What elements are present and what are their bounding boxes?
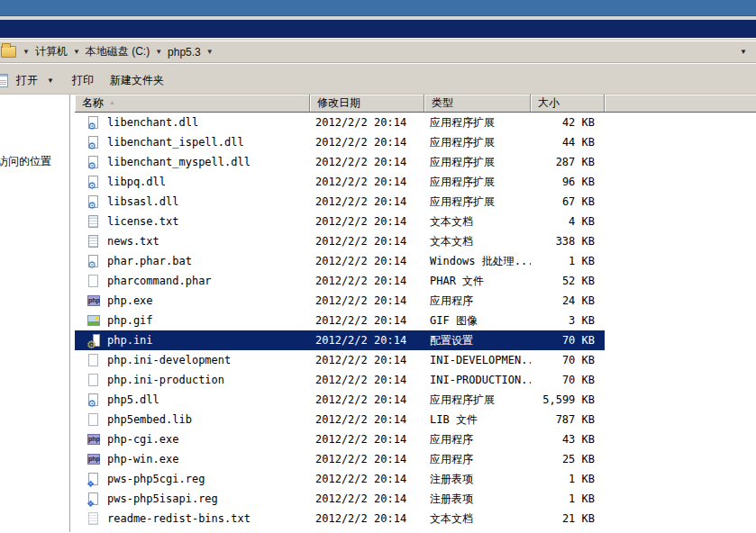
explorer-title-bar <box>0 20 756 38</box>
file-size: 1 KB <box>531 489 605 509</box>
breadcrumb-local-disk-c[interactable]: 本地磁盘 (C:) <box>84 43 151 60</box>
column-header-name[interactable]: 名称▲ <box>75 95 310 113</box>
table-row[interactable]: ⚙ libpq.dll 2012/2/2 20:14 应用程序扩展 96 KB <box>75 172 756 192</box>
file-type: 注册表项 <box>424 489 531 509</box>
table-row[interactable]: news.txt 2012/2/2 20:14 文本文档 338 KB <box>75 231 756 251</box>
table-row[interactable]: php.gif 2012/2/2 20:14 GIF 图像 3 KB <box>75 311 756 330</box>
table-row[interactable]: ❖ pws-php5isapi.reg 2012/2/2 20:14 注册表项 … <box>75 489 756 509</box>
table-row[interactable]: ⚙ php5.dll 2012/2/2 20:14 应用程序扩展 5,599 K… <box>75 390 756 410</box>
blank-file-icon <box>87 353 101 367</box>
file-size: 70 KB <box>531 330 605 350</box>
chevron-down-icon[interactable]: ▼ <box>69 48 84 56</box>
open-dropdown-icon[interactable]: ▼ <box>41 77 63 85</box>
table-row[interactable]: ⚙ libenchant_ispell.dll 2012/2/2 20:14 应… <box>75 132 756 152</box>
file-type: 应用程序扩展 <box>424 152 531 172</box>
chevron-down-icon[interactable]: ▼ <box>151 48 166 56</box>
new-folder-button[interactable]: 新建文件夹 <box>106 70 168 91</box>
file-name: php-cgi.exe <box>107 429 178 449</box>
file-size: 21 KB <box>531 509 605 528</box>
file-type: LIB 文件 <box>424 410 531 429</box>
file-date-modified: 2012/2/2 20:14 <box>310 152 424 172</box>
table-row[interactable]: php.ini-production 2012/2/2 20:14 INI-PR… <box>75 370 756 390</box>
file-date-modified: 2012/2/2 20:14 <box>310 390 424 410</box>
blank-file-icon <box>87 412 101 427</box>
file-type: 注册表项 <box>424 469 531 489</box>
file-type: INI-DEVELOPMEN... <box>424 350 531 370</box>
file-type: Windows 批处理... <box>424 251 531 271</box>
table-row[interactable]: ⚙ libsasl.dll 2012/2/2 20:14 应用程序扩展 67 K… <box>75 192 756 212</box>
file-date-modified: 2012/2/2 20:14 <box>310 449 424 469</box>
table-row[interactable]: php php-win.exe 2012/2/2 20:14 应用程序 25 K… <box>75 449 756 469</box>
address-history-dropdown-icon[interactable]: ▼ <box>740 48 747 56</box>
file-date-modified: 2012/2/2 20:14 <box>310 192 424 212</box>
file-date-modified: 2012/2/2 20:14 <box>310 350 424 370</box>
dll-file-icon: ⚙ <box>87 175 101 189</box>
sidebar-item-recent-places[interactable]: 访问的位置 <box>0 154 51 169</box>
file-date-modified: 2012/2/2 20:14 <box>310 330 424 350</box>
file-name: php-win.exe <box>107 449 178 469</box>
file-name: readme-redist-bins.txt <box>107 509 250 528</box>
file-date-modified: 2012/2/2 20:14 <box>310 251 424 271</box>
file-name: news.txt <box>107 231 159 251</box>
blank-file-icon <box>87 274 101 288</box>
column-header-type[interactable]: 类型 <box>424 95 531 113</box>
table-row[interactable]: ❖ pws-php5cgi.reg 2012/2/2 20:14 注册表项 1 … <box>75 469 756 489</box>
txt-file-icon <box>87 214 101 229</box>
table-row[interactable]: php.ini-development 2012/2/2 20:14 INI-D… <box>75 350 756 370</box>
chevron-down-icon[interactable]: ▼ <box>19 48 33 56</box>
file-list-pane: 名称▲ 修改日期 类型 大小 ⚙ libenchant.dll 2012/2/2… <box>75 95 756 532</box>
table-row[interactable]: ⚙ libenchant_myspell.dll 2012/2/2 20:14 … <box>75 152 756 172</box>
file-name: php.ini-development <box>107 350 231 370</box>
table-row[interactable]: license.txt 2012/2/2 20:14 文本文档 4 KB <box>75 212 756 231</box>
file-type: 应用程序 <box>424 449 531 469</box>
table-row[interactable]: pharcommand.phar 2012/2/2 20:14 PHAR 文件 … <box>75 271 756 291</box>
file-name: libenchant_ispell.dll <box>107 132 244 152</box>
file-date-modified: 2012/2/2 20:14 <box>310 370 424 390</box>
column-header-size[interactable]: 大小 <box>531 95 605 113</box>
table-row[interactable]: ⚙ php.ini 2012/2/2 20:14 配置设置 70 KB <box>75 330 756 350</box>
dll-file-icon: ⚙ <box>87 155 101 169</box>
explorer-content: 访问的位置 名称▲ 修改日期 类型 大小 ⚙ libenchant.dll 20… <box>0 95 756 532</box>
file-date-modified: 2012/2/2 20:14 <box>310 231 424 251</box>
file-date-modified: 2012/2/2 20:14 <box>310 429 424 449</box>
ini-file-icon: ⚙ <box>87 333 101 348</box>
file-name: php.exe <box>107 291 153 311</box>
file-name: phar.phar.bat <box>107 251 192 271</box>
print-button[interactable]: 打印 <box>68 70 97 91</box>
column-header-name-label: 名称 <box>82 96 104 109</box>
file-type: 应用程序扩展 <box>424 192 531 212</box>
file-date-modified: 2012/2/2 20:14 <box>310 172 424 192</box>
file-type: 应用程序 <box>424 429 531 449</box>
file-name: pws-php5cgi.reg <box>107 469 205 489</box>
reg-file-icon: ❖ <box>87 472 101 486</box>
file-date-modified: 2012/2/2 20:14 <box>310 212 424 231</box>
file-name: license.txt <box>107 212 178 231</box>
table-row[interactable]: php php.exe 2012/2/2 20:14 应用程序 24 KB <box>75 291 756 311</box>
file-type: PHAR 文件 <box>424 271 531 291</box>
file-list: ⚙ libenchant.dll 2012/2/2 20:14 应用程序扩展 4… <box>75 113 756 532</box>
open-button[interactable]: 打开 <box>13 70 41 91</box>
file-date-modified: 2012/2/2 20:14 <box>310 291 424 311</box>
breadcrumb-php53[interactable]: php5.3 <box>166 45 203 59</box>
column-header-date-modified[interactable]: 修改日期 <box>310 95 424 113</box>
chevron-down-icon[interactable]: ▼ <box>203 48 217 56</box>
file-date-modified: 2012/2/2 20:14 <box>310 410 424 429</box>
table-row[interactable]: ⚙ phar.phar.bat 2012/2/2 20:14 Windows 批… <box>75 251 756 271</box>
blank-file-icon <box>87 373 101 387</box>
file-date-modified: 2012/2/2 20:14 <box>310 132 424 152</box>
table-row[interactable]: readme-redist-bins.txt 2012/2/2 20:14 文本… <box>75 509 756 528</box>
file-size: 70 KB <box>531 370 605 390</box>
php-file-icon: php <box>87 432 101 447</box>
file-date-modified: 2012/2/2 20:14 <box>310 271 424 291</box>
file-type: 文本文档 <box>424 231 531 251</box>
breadcrumb-computer[interactable]: 计算机 <box>33 43 69 60</box>
table-row[interactable]: ⚙ libenchant.dll 2012/2/2 20:14 应用程序扩展 4… <box>75 113 756 132</box>
file-type: GIF 图像 <box>424 311 531 330</box>
file-type: 配置设置 <box>424 330 531 350</box>
txt-light-file-icon <box>87 511 101 526</box>
table-row[interactable]: php php-cgi.exe 2012/2/2 20:14 应用程序 43 K… <box>75 429 756 449</box>
table-row[interactable]: php5embed.lib 2012/2/2 20:14 LIB 文件 787 … <box>75 410 756 429</box>
file-size: 3 KB <box>531 311 605 330</box>
address-bar: ▼ 计算机 ▼ 本地磁盘 (C:) ▼ php5.3 ▼ ▼ <box>0 41 756 63</box>
file-size: 96 KB <box>531 172 605 192</box>
